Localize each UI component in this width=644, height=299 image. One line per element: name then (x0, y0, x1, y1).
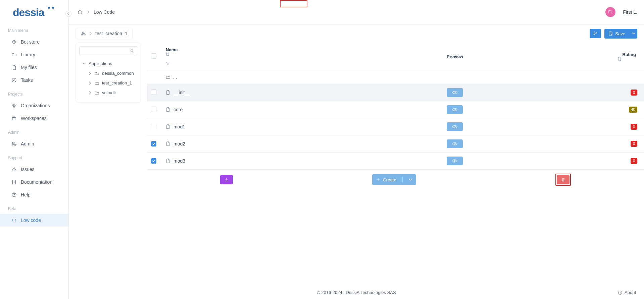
file-icon (11, 65, 17, 70)
sort-icon[interactable] (166, 52, 439, 56)
delete-button[interactable] (557, 175, 569, 184)
file-table: Name Preview R (147, 43, 644, 170)
nav-item-label: Organizations (21, 103, 50, 108)
parent-link-label: . . (173, 74, 177, 80)
chevron-down-icon (632, 32, 635, 35)
sidebar: dessia Main menuBot storeLibraryMy files… (0, 0, 69, 299)
rating-badge: 40 (629, 107, 637, 113)
home-icon[interactable] (78, 9, 83, 15)
topbar: Low Code FL First L. (69, 0, 644, 24)
branch-button[interactable] (590, 29, 601, 38)
table-row[interactable]: core40 (147, 101, 644, 118)
svg-rect-12 (12, 117, 16, 120)
nav-section-label: Admin (0, 125, 68, 137)
filter-icon[interactable] (166, 61, 439, 65)
check-circle-icon (11, 77, 17, 83)
tree-panel: Applications dessia_commontest_creation_… (76, 43, 141, 103)
column-rating-header[interactable]: Rating (623, 52, 636, 57)
chevron-right-icon (89, 81, 92, 85)
nav-item-tasks[interactable]: Tasks (0, 74, 68, 86)
select-all-checkbox[interactable] (151, 53, 156, 59)
warning-icon (11, 167, 17, 172)
preview-button[interactable] (447, 139, 463, 148)
chevron-right-icon (89, 32, 92, 35)
folder-up-icon (166, 75, 170, 79)
nav-item-issues[interactable]: Issues (0, 163, 68, 176)
nav-item-help[interactable]: Help (0, 188, 68, 201)
nav-item-admin[interactable]: Admin (0, 137, 68, 150)
create-button-label: Create (383, 177, 396, 182)
table-row[interactable]: mod20 (147, 135, 644, 153)
nav-item-bot-store[interactable]: Bot store (0, 36, 68, 48)
user-avatar[interactable]: FL (605, 7, 615, 17)
tree-item[interactable]: dessia_common (77, 68, 139, 78)
file-name: __init__ (174, 90, 190, 95)
nav-item-label: Bot store (21, 39, 40, 45)
file-name: mod3 (174, 158, 185, 164)
user-name[interactable]: First L. (623, 9, 637, 15)
table-row[interactable]: __init__0 (147, 84, 644, 101)
svg-point-22 (454, 143, 455, 144)
row-checkbox[interactable] (151, 141, 156, 146)
column-name-header[interactable]: Name (166, 47, 178, 52)
nav-item-label: Help (21, 192, 31, 197)
highlight-box-delete (555, 174, 571, 186)
nav-item-label: Workspaces (21, 116, 47, 121)
tree-item[interactable]: volmdlr (77, 88, 139, 98)
parent-row[interactable]: . . (147, 70, 644, 84)
row-checkbox[interactable] (151, 124, 156, 129)
chevron-right-icon (89, 91, 92, 95)
rating-badge: 0 (631, 158, 637, 164)
folder-icon (95, 71, 99, 75)
logo[interactable]: dessia (0, 0, 68, 23)
about-link[interactable]: About (618, 290, 636, 295)
chevron-down-icon (409, 178, 412, 181)
rating-badge: 0 (631, 124, 637, 130)
sidebar-collapse-button[interactable] (65, 11, 71, 17)
page-breadcrumb-label: test_creation_1 (95, 31, 128, 36)
tree-item-label: volmdlr (102, 90, 116, 95)
rating-badge: 0 (631, 141, 637, 147)
table-row[interactable]: mod30 (147, 153, 644, 170)
table-row[interactable]: mod10 (147, 118, 644, 135)
file-name: mod2 (174, 141, 185, 146)
breadcrumb: Low Code (78, 9, 115, 15)
svg-point-8 (12, 78, 16, 82)
row-checkbox[interactable] (151, 89, 156, 95)
svg-text:dessia: dessia (13, 6, 45, 18)
footer-copyright: © 2016-2024 | DessiA Technologies SAS (317, 290, 396, 295)
page-breadcrumb[interactable]: test_creation_1 (76, 28, 133, 39)
nav-item-label: Documentation (21, 179, 52, 185)
nav-item-documentation[interactable]: Documentation (0, 176, 68, 188)
tree-item[interactable]: test_creation_1 (77, 78, 139, 88)
download-button[interactable] (220, 175, 233, 184)
nav-section-label: Support (0, 150, 68, 163)
svg-point-0 (48, 7, 50, 9)
sort-icon[interactable] (618, 57, 637, 61)
tree-item-label: test_creation_1 (102, 80, 132, 85)
file-icon (166, 90, 170, 95)
chevron-right-icon (87, 10, 90, 14)
about-label: About (625, 290, 636, 295)
nav-item-library[interactable]: Library (0, 48, 68, 61)
nav-item-my-files[interactable]: My files (0, 61, 68, 74)
preview-button[interactable] (447, 157, 463, 165)
tree-root[interactable]: Applications (77, 59, 139, 68)
svg-point-20 (454, 109, 455, 110)
tree-search-input[interactable] (79, 46, 137, 55)
preview-button[interactable] (447, 105, 463, 114)
row-checkbox[interactable] (151, 107, 156, 112)
preview-button[interactable] (447, 122, 463, 131)
row-checkbox[interactable] (151, 158, 156, 164)
create-button[interactable]: Create (372, 174, 416, 185)
svg-point-13 (12, 142, 14, 144)
breadcrumb-current[interactable]: Low Code (94, 9, 115, 15)
question-icon (11, 192, 17, 197)
folder-icon (11, 52, 17, 57)
save-button[interactable]: Save (604, 29, 637, 39)
preview-button[interactable] (447, 88, 463, 97)
nav-item-label: Admin (21, 141, 34, 146)
nav-item-low-code[interactable]: Low code (0, 214, 68, 227)
nav-item-organizations[interactable]: Organizations (0, 99, 68, 112)
nav-item-workspaces[interactable]: Workspaces (0, 112, 68, 125)
